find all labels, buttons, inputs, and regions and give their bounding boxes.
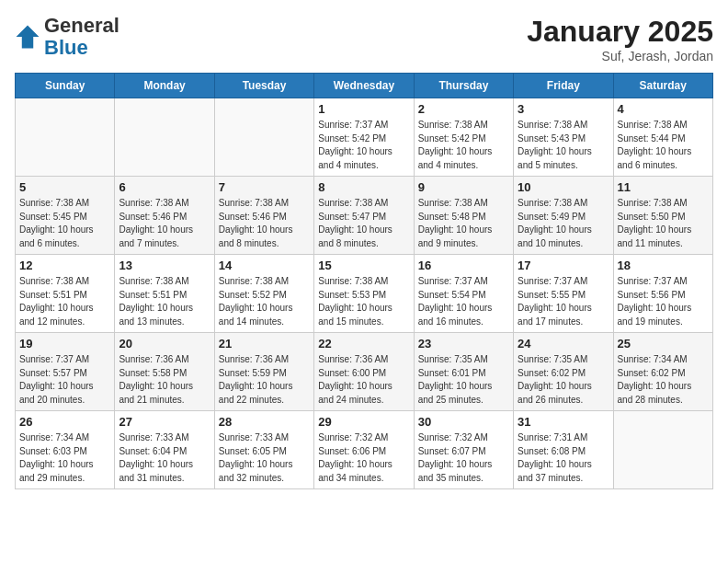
day-number: 6	[119, 180, 210, 194]
calendar-cell: 18Sunrise: 7:37 AM Sunset: 5:56 PM Dayli…	[613, 255, 712, 333]
calendar-cell: 9Sunrise: 7:38 AM Sunset: 5:48 PM Daylig…	[414, 177, 513, 255]
weekday-header-row: SundayMondayTuesdayWednesdayThursdayFrid…	[16, 74, 713, 98]
calendar-cell: 13Sunrise: 7:38 AM Sunset: 5:51 PM Dayli…	[115, 255, 214, 333]
day-info: Sunrise: 7:38 AM Sunset: 5:45 PM Dayligh…	[19, 197, 110, 250]
calendar-body: 1Sunrise: 7:37 AM Sunset: 5:42 PM Daylig…	[16, 98, 713, 489]
day-info: Sunrise: 7:38 AM Sunset: 5:42 PM Dayligh…	[418, 119, 509, 172]
day-number: 9	[418, 180, 509, 194]
calendar-cell: 7Sunrise: 7:38 AM Sunset: 5:46 PM Daylig…	[214, 177, 313, 255]
day-info: Sunrise: 7:38 AM Sunset: 5:48 PM Dayligh…	[418, 197, 509, 250]
day-info: Sunrise: 7:34 AM Sunset: 6:02 PM Dayligh…	[618, 353, 709, 407]
calendar-cell: 27Sunrise: 7:33 AM Sunset: 6:04 PM Dayli…	[115, 411, 214, 489]
calendar-cell: 10Sunrise: 7:38 AM Sunset: 5:49 PM Dayli…	[514, 177, 613, 255]
day-info: Sunrise: 7:33 AM Sunset: 6:05 PM Dayligh…	[219, 431, 310, 485]
weekday-header-saturday: Saturday	[613, 74, 712, 98]
weekday-header-thursday: Thursday	[414, 74, 513, 98]
calendar-week-1: 1Sunrise: 7:37 AM Sunset: 5:42 PM Daylig…	[16, 98, 713, 177]
day-info: Sunrise: 7:35 AM Sunset: 6:01 PM Dayligh…	[418, 353, 509, 407]
day-number: 11	[618, 180, 709, 194]
logo-text: General Blue	[44, 15, 119, 59]
calendar-cell	[613, 411, 712, 489]
day-number: 13	[119, 259, 210, 272]
calendar-cell: 1Sunrise: 7:37 AM Sunset: 5:42 PM Daylig…	[314, 98, 414, 177]
calendar-cell: 30Sunrise: 7:32 AM Sunset: 6:07 PM Dayli…	[414, 411, 513, 489]
day-info: Sunrise: 7:38 AM Sunset: 5:53 PM Dayligh…	[318, 275, 409, 328]
day-number: 27	[119, 415, 210, 429]
weekday-header-sunday: Sunday	[16, 74, 115, 98]
calendar-cell: 29Sunrise: 7:32 AM Sunset: 6:06 PM Dayli…	[314, 411, 414, 489]
day-info: Sunrise: 7:37 AM Sunset: 5:54 PM Dayligh…	[418, 275, 509, 328]
day-number: 7	[219, 180, 310, 194]
calendar-cell: 15Sunrise: 7:38 AM Sunset: 5:53 PM Dayli…	[314, 255, 414, 333]
weekday-header-friday: Friday	[514, 74, 613, 98]
day-info: Sunrise: 7:38 AM Sunset: 5:50 PM Dayligh…	[618, 197, 709, 250]
logo-blue: Blue	[44, 36, 88, 59]
day-info: Sunrise: 7:35 AM Sunset: 6:02 PM Dayligh…	[518, 353, 609, 407]
day-info: Sunrise: 7:37 AM Sunset: 5:55 PM Dayligh…	[518, 275, 609, 328]
day-info: Sunrise: 7:34 AM Sunset: 6:03 PM Dayligh…	[19, 431, 110, 485]
calendar-cell: 26Sunrise: 7:34 AM Sunset: 6:03 PM Dayli…	[16, 411, 115, 489]
svg-marker-0	[17, 26, 40, 49]
day-number: 29	[318, 415, 409, 429]
day-info: Sunrise: 7:36 AM Sunset: 5:59 PM Dayligh…	[219, 353, 310, 407]
day-number: 2	[418, 102, 509, 116]
day-info: Sunrise: 7:38 AM Sunset: 5:51 PM Dayligh…	[19, 275, 110, 328]
day-info: Sunrise: 7:32 AM Sunset: 6:07 PM Dayligh…	[418, 431, 509, 485]
calendar-cell: 25Sunrise: 7:34 AM Sunset: 6:02 PM Dayli…	[613, 333, 712, 411]
calendar-cell: 2Sunrise: 7:38 AM Sunset: 5:42 PM Daylig…	[414, 98, 513, 177]
calendar-week-3: 12Sunrise: 7:38 AM Sunset: 5:51 PM Dayli…	[16, 255, 713, 333]
day-number: 26	[19, 415, 110, 429]
day-info: Sunrise: 7:33 AM Sunset: 6:04 PM Dayligh…	[119, 431, 210, 485]
day-info: Sunrise: 7:37 AM Sunset: 5:42 PM Dayligh…	[318, 119, 409, 172]
day-info: Sunrise: 7:38 AM Sunset: 5:46 PM Dayligh…	[119, 197, 210, 250]
day-info: Sunrise: 7:38 AM Sunset: 5:47 PM Dayligh…	[318, 197, 409, 250]
calendar-cell: 6Sunrise: 7:38 AM Sunset: 5:46 PM Daylig…	[115, 177, 214, 255]
day-info: Sunrise: 7:38 AM Sunset: 5:44 PM Dayligh…	[618, 119, 709, 172]
calendar-week-5: 26Sunrise: 7:34 AM Sunset: 6:03 PM Dayli…	[16, 411, 713, 489]
calendar-cell: 16Sunrise: 7:37 AM Sunset: 5:54 PM Dayli…	[414, 255, 513, 333]
calendar-cell: 28Sunrise: 7:33 AM Sunset: 6:05 PM Dayli…	[214, 411, 313, 489]
day-info: Sunrise: 7:37 AM Sunset: 5:56 PM Dayligh…	[618, 275, 709, 328]
day-number: 3	[518, 102, 609, 116]
day-info: Sunrise: 7:38 AM Sunset: 5:52 PM Dayligh…	[219, 275, 310, 328]
logo-general: General	[44, 14, 119, 37]
day-number: 20	[119, 337, 210, 350]
day-number: 30	[418, 415, 509, 429]
day-number: 23	[418, 337, 509, 350]
weekday-header-monday: Monday	[115, 74, 214, 98]
calendar-cell: 5Sunrise: 7:38 AM Sunset: 5:45 PM Daylig…	[16, 177, 115, 255]
day-number: 8	[318, 180, 409, 194]
day-number: 4	[618, 102, 709, 116]
day-number: 15	[318, 259, 409, 272]
page-header: General Blue January 2025 Suf, Jerash, J…	[15, 15, 713, 63]
calendar-cell: 8Sunrise: 7:38 AM Sunset: 5:47 PM Daylig…	[314, 177, 414, 255]
calendar-cell: 21Sunrise: 7:36 AM Sunset: 5:59 PM Dayli…	[214, 333, 313, 411]
day-number: 31	[518, 415, 609, 429]
calendar-cell: 22Sunrise: 7:36 AM Sunset: 6:00 PM Dayli…	[314, 333, 414, 411]
day-number: 21	[219, 337, 310, 350]
logo-icon	[15, 24, 40, 50]
month-title: January 2025	[527, 15, 713, 49]
day-number: 12	[19, 259, 110, 272]
day-number: 14	[219, 259, 310, 272]
location-subtitle: Suf, Jerash, Jordan	[527, 49, 713, 63]
calendar-table: SundayMondayTuesdayWednesdayThursdayFrid…	[15, 73, 713, 489]
day-number: 19	[19, 337, 110, 350]
day-number: 16	[418, 259, 509, 272]
day-number: 28	[219, 415, 310, 429]
calendar-cell	[214, 98, 313, 177]
calendar-cell	[115, 98, 214, 177]
calendar-week-2: 5Sunrise: 7:38 AM Sunset: 5:45 PM Daylig…	[16, 177, 713, 255]
calendar-cell: 4Sunrise: 7:38 AM Sunset: 5:44 PM Daylig…	[613, 98, 712, 177]
day-number: 25	[618, 337, 709, 350]
day-number: 18	[618, 259, 709, 272]
day-number: 1	[318, 102, 409, 116]
day-info: Sunrise: 7:38 AM Sunset: 5:43 PM Dayligh…	[518, 119, 609, 172]
day-info: Sunrise: 7:37 AM Sunset: 5:57 PM Dayligh…	[19, 353, 110, 407]
calendar-cell: 24Sunrise: 7:35 AM Sunset: 6:02 PM Dayli…	[514, 333, 613, 411]
calendar-cell: 17Sunrise: 7:37 AM Sunset: 5:55 PM Dayli…	[514, 255, 613, 333]
title-block: January 2025 Suf, Jerash, Jordan	[527, 15, 713, 63]
calendar-cell: 23Sunrise: 7:35 AM Sunset: 6:01 PM Dayli…	[414, 333, 513, 411]
calendar-cell: 12Sunrise: 7:38 AM Sunset: 5:51 PM Dayli…	[16, 255, 115, 333]
logo: General Blue	[15, 15, 119, 59]
